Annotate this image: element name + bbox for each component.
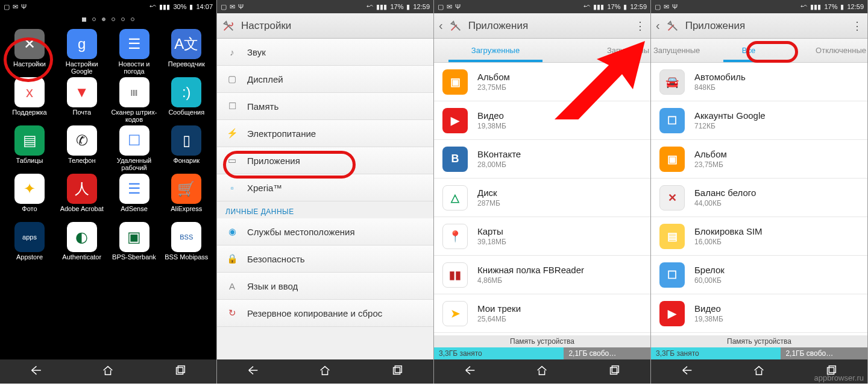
app-Удаленный рабочий[interactable]: ☐Удаленный рабочий: [108, 125, 160, 172]
app-Таблицы[interactable]: ▤Таблицы: [4, 125, 55, 172]
app-row-icon: B: [442, 147, 468, 172]
overflow-icon[interactable]: ⋮: [852, 19, 863, 33]
app-AdSense[interactable]: ☰AdSense: [108, 174, 160, 221]
app-row[interactable]: ☐Брелок60,00КБ: [651, 256, 867, 294]
recent-button[interactable]: [174, 364, 187, 379]
app-icon: ◐: [67, 222, 97, 252]
app-Настройки[interactable]: ✕Настройки: [4, 29, 55, 76]
settings-item-label: Безопасность: [247, 254, 305, 264]
app-Фото[interactable]: ✦Фото: [4, 174, 55, 221]
app-row-size: 287МБ: [477, 199, 500, 207]
storage-free: 2,1ГБ свобо…: [781, 347, 867, 359]
home-button[interactable]: [752, 364, 766, 379]
settings-item-eq[interactable]: ♪Звук: [217, 39, 433, 66]
app-Фонарик[interactable]: ▯Фонарик: [160, 125, 212, 172]
app-row-name: Баланс белого: [694, 188, 756, 198]
app-row[interactable]: ▶Видео19,38МБ: [434, 101, 650, 140]
settings-item-apps[interactable]: ▭Приложения: [217, 147, 433, 174]
app-row[interactable]: ▶Видео19,38МБ: [651, 294, 867, 333]
app-Поддержка[interactable]: xПоддержка: [4, 77, 55, 124]
tab-running[interactable]: Запущенные: [651, 39, 715, 62]
tab-running-partial[interactable]: Запущенны: [557, 39, 650, 62]
app-icon: 🛒: [171, 174, 201, 204]
app-row-name: Брелок: [694, 265, 725, 275]
home-button[interactable]: [101, 364, 115, 379]
settings-item-storage[interactable]: ☐Память: [217, 93, 433, 120]
app-Телефон[interactable]: ✆Телефон: [56, 125, 108, 172]
app-row-size: 60,00КБ: [694, 276, 725, 285]
app-list: ▣Альбом23,75МБ▶Видео19,38МБBВКонтакте28,…: [434, 63, 650, 335]
app-row[interactable]: 📍Карты39,18МБ: [434, 217, 650, 256]
recent-button[interactable]: [391, 364, 404, 379]
apps-icon: ▭: [225, 154, 239, 167]
app-BPS-Sberbank[interactable]: ▣BPS-Sberbank: [108, 222, 160, 269]
app-icon: ☰: [119, 174, 149, 204]
app-row[interactable]: ▤Блокировка SIM16,00КБ: [651, 217, 867, 256]
app-row[interactable]: ▣Альбом23,75МБ: [651, 140, 867, 179]
back-chevron-icon[interactable]: ‹: [656, 19, 660, 33]
apps-header[interactable]: ‹ Приложения ⋮: [651, 13, 867, 39]
settings-item-xperia[interactable]: ▫Xperia™: [217, 174, 433, 201]
tools-icon: [666, 19, 679, 33]
recent-button[interactable]: [608, 364, 621, 379]
settings-item-security[interactable]: 🔒Безопасность: [217, 245, 433, 273]
overflow-icon[interactable]: ⋮: [635, 19, 646, 33]
app-row-icon: ▣: [442, 69, 468, 95]
tab-icon: ▢: [4, 3, 10, 11]
app-row[interactable]: △Диск287МБ: [434, 179, 650, 217]
app-icon: x: [14, 77, 45, 107]
app-Переводчик[interactable]: A文Переводчик: [160, 29, 212, 76]
app-Сканер штрих-кодов[interactable]: ||||Сканер штрих-кодов: [108, 77, 160, 124]
app-Почта[interactable]: ▼Почта: [56, 77, 108, 124]
app-row-name: Автомобиль: [694, 72, 746, 82]
app-row[interactable]: ➤Мои треки25,64МБ: [434, 294, 650, 333]
tab-all[interactable]: Все: [715, 39, 782, 62]
apps-header[interactable]: ‹ Приложения ⋮: [434, 13, 650, 39]
settings-item-power[interactable]: ⚡Электропитание: [217, 120, 433, 147]
app-row-icon: ▶: [442, 108, 468, 133]
app-Adobe Acrobat[interactable]: 人Adobe Acrobat: [56, 174, 108, 221]
tab-downloaded[interactable]: Загруженные: [434, 39, 557, 62]
app-row[interactable]: ✕Баланс белого44,00КБ: [651, 179, 867, 217]
app-row[interactable]: ☐Аккаунты Google712КБ: [651, 101, 867, 140]
settings-item-location[interactable]: ◉Службы местоположения: [217, 218, 433, 245]
app-AliExpress[interactable]: 🛒AliExpress: [160, 174, 212, 221]
app-row-icon: ▤: [659, 224, 685, 249]
svg-rect-0: [177, 367, 183, 374]
app-icon: ☐: [119, 125, 149, 156]
back-chevron-icon[interactable]: ‹: [439, 19, 443, 33]
storage-free: 2,1ГБ свобо…: [564, 347, 650, 359]
back-button[interactable]: [247, 364, 260, 379]
svg-rect-2: [394, 367, 400, 374]
app-row[interactable]: ▣Альбом23,75МБ: [434, 63, 650, 101]
watermark: appbrowser.ru: [814, 372, 864, 384]
settings-item-backup[interactable]: ↻Резервное копирование и сброс: [217, 300, 433, 327]
app-Authenticator[interactable]: ◐Authenticator: [56, 222, 108, 269]
app-Настройки Google[interactable]: gНастройки Google: [56, 29, 108, 76]
settings-item-lang[interactable]: AЯзык и ввод: [217, 273, 433, 300]
app-row-name: Аккаунты Google: [694, 110, 766, 121]
app-row[interactable]: ▮▮Книжная полка FBReader4,86МБ: [434, 256, 650, 294]
home-button[interactable]: [535, 364, 549, 379]
settings-item-display[interactable]: ▢Дисплей: [217, 66, 433, 93]
app-row-icon: ☐: [659, 108, 685, 133]
back-button[interactable]: [681, 364, 694, 379]
app-icon: ✕: [14, 29, 45, 59]
settings-item-label: Xperia™: [247, 183, 282, 193]
app-Сообщения[interactable]: :)Сообщения: [160, 77, 212, 124]
app-row-name: Книжная полка FBReader: [477, 265, 584, 275]
app-row-name: Видео: [694, 303, 723, 314]
home-button[interactable]: [318, 364, 332, 379]
pager-dots[interactable]: [0, 13, 216, 25]
back-button[interactable]: [464, 364, 477, 379]
app-Новости и погода[interactable]: ☰Новости и погода: [108, 29, 160, 76]
app-row-size: 28,00МБ: [477, 160, 521, 169]
app-row[interactable]: 🚘Автомобиль848КБ: [651, 63, 867, 101]
tab-disabled[interactable]: Отключенные: [782, 39, 867, 62]
app-Appstore[interactable]: appsAppstore: [4, 222, 55, 269]
back-button[interactable]: [30, 364, 43, 379]
usb-icon: Ψ: [21, 3, 27, 10]
app-row-size: 39,18МБ: [477, 238, 506, 246]
app-BSS Mobipass[interactable]: BSSBSS Mobipass: [160, 222, 212, 269]
app-row[interactable]: BВКонтакте28,00МБ: [434, 140, 650, 179]
